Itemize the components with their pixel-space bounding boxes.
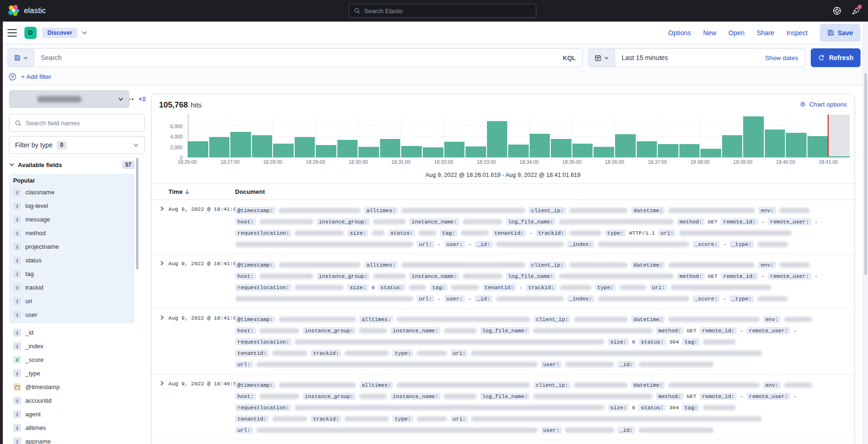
doc-field-chip[interactable]: instance_group: [317,218,370,225]
doc-field-chip[interactable]: remote_id: [721,218,758,225]
expand-row-button[interactable] [159,314,168,321]
histogram-bar[interactable] [487,121,508,157]
doc-field-chip[interactable]: trackid: [526,284,556,291]
expand-row-button[interactable] [159,259,168,266]
menu-link-new[interactable]: New [703,29,716,37]
doc-field-chip[interactable]: remote_id: [700,393,737,400]
doc-field-chip[interactable]: method: [677,218,704,225]
doc-field-chip[interactable]: tag: [682,338,700,345]
date-quick-select-button[interactable] [589,49,615,67]
doc-field-chip[interactable]: _id: [475,241,493,248]
doc-field-chip[interactable]: status: [639,404,666,411]
space-avatar[interactable]: D [24,27,37,39]
available-fields-header[interactable]: Available fields 57 [9,161,135,169]
save-button[interactable]: Save [820,24,860,42]
doc-field-chip[interactable]: _type: [730,241,754,248]
doc-field-chip[interactable]: datetime: [631,382,665,389]
histogram-bar[interactable] [358,147,379,157]
histogram-bar[interactable] [273,144,294,157]
histogram-bar[interactable] [807,136,828,158]
histogram-bar[interactable] [508,145,529,157]
doc-field-chip[interactable]: tenantid: [492,230,526,237]
doc-field-chip[interactable]: remote_user: [746,327,790,334]
field-item-alltimes[interactable]: talltimes [13,421,135,435]
histogram-bar[interactable] [337,140,358,157]
doc-field-chip[interactable]: requestlocation: [235,338,291,345]
histogram-bar[interactable] [316,145,336,157]
saved-query-button[interactable] [8,48,34,67]
menu-link-share[interactable]: Share [757,29,774,37]
show-dates-button[interactable]: Show dates [758,49,805,67]
field-item-classname[interactable]: tclassname [13,185,135,199]
doc-field-chip[interactable]: requestlocation: [235,284,291,291]
doc-field-chip[interactable]: host: [235,218,256,225]
doc-field-chip[interactable]: env: [763,316,781,323]
doc-field-chip[interactable]: datetime: [631,316,665,323]
doc-field-chip[interactable]: @timestamp: [235,316,275,323]
menu-link-open[interactable]: Open [729,29,745,37]
histogram-bar[interactable] [828,156,850,157]
doc-field-chip[interactable]: client_ip: [529,207,566,214]
field-item-status[interactable]: tstatus [13,253,135,267]
doc-field-chip[interactable]: user: [541,427,562,434]
field-item-method[interactable]: tmethod [13,226,135,240]
doc-field-chip[interactable]: alltimes: [359,382,393,389]
doc-field-chip[interactable]: host: [235,327,256,334]
doc-field-chip[interactable]: _id: [617,427,635,434]
doc-field-chip[interactable]: status: [388,230,415,237]
doc-field-chip[interactable]: size: [608,338,629,345]
expand-row-button[interactable] [159,379,168,386]
doc-field-chip[interactable]: uri: [658,230,676,237]
page-scrollbar[interactable] [863,22,868,444]
elastic-logo[interactable]: elastic [8,5,46,17]
kql-language-button[interactable]: KQL [556,54,582,61]
doc-field-chip[interactable]: env: [758,261,776,268]
doc-field-chip[interactable]: tenantid: [235,415,269,422]
field-item-log-level[interactable]: tlog-level [13,199,135,213]
filter-by-type[interactable]: Filter by type 0 [9,136,145,154]
histogram-bar[interactable] [295,137,315,157]
doc-field-chip[interactable]: trackid: [311,415,341,422]
doc-field-chip[interactable]: @timestamp: [235,207,275,214]
doc-field-chip[interactable]: method: [656,327,683,334]
doc-field-chip[interactable]: user: [444,241,465,248]
histogram-bar[interactable] [637,141,657,157]
doc-field-chip[interactable]: size: [347,284,368,291]
doc-field-chip[interactable]: url: [235,361,253,368]
breadcrumb[interactable]: Discover [42,28,77,38]
field-search[interactable] [9,114,145,132]
page-scrollbar-thumb[interactable] [864,73,867,275]
doc-field-chip[interactable]: instance_name: [390,393,441,400]
doc-field-chip[interactable]: tag: [682,404,700,411]
doc-field-chip[interactable]: instance_name: [409,273,459,280]
histogram-bar[interactable] [423,147,443,157]
doc-field-chip[interactable]: host: [235,393,256,400]
field-item-accountid[interactable]: taccountid [13,394,135,407]
field-search-input[interactable] [26,120,139,127]
doc-field-chip[interactable]: env: [763,382,781,389]
menu-link-options[interactable]: Options [668,29,691,37]
doc-field-chip[interactable]: alltimes: [364,207,398,214]
doc-field-chip[interactable]: log_file_name: [506,218,556,225]
doc-field-chip[interactable]: requestlocation: [235,230,291,237]
histogram-bar[interactable] [230,132,251,157]
doc-field-chip[interactable]: instance_group: [317,273,370,280]
doc-field-chip[interactable]: env: [758,207,776,214]
histogram-bar[interactable] [765,130,785,157]
doc-field-chip[interactable]: tenantid: [235,350,269,357]
doc-field-chip[interactable]: remote_id: [721,273,758,280]
expand-row-button[interactable] [159,205,168,212]
field-item-timestamp[interactable]: @timestamp [13,380,135,394]
field-item-message[interactable]: tmessage [13,213,135,226]
doc-field-chip[interactable]: instance_name: [409,218,459,225]
doc-field-chip[interactable]: tag: [440,230,457,237]
doc-field-chip[interactable]: uri: [450,350,468,357]
histogram-bar[interactable] [444,142,465,157]
histogram-bar[interactable] [551,139,571,157]
chart-options-button[interactable]: Chart options [799,101,847,108]
doc-field-chip[interactable]: log_file_name: [506,273,556,280]
menu-link-inspect[interactable]: Inspect [786,29,807,37]
histogram-bar[interactable] [572,144,593,157]
histogram-bar[interactable] [658,144,678,157]
doc-field-chip[interactable]: remote_user: [746,393,790,400]
